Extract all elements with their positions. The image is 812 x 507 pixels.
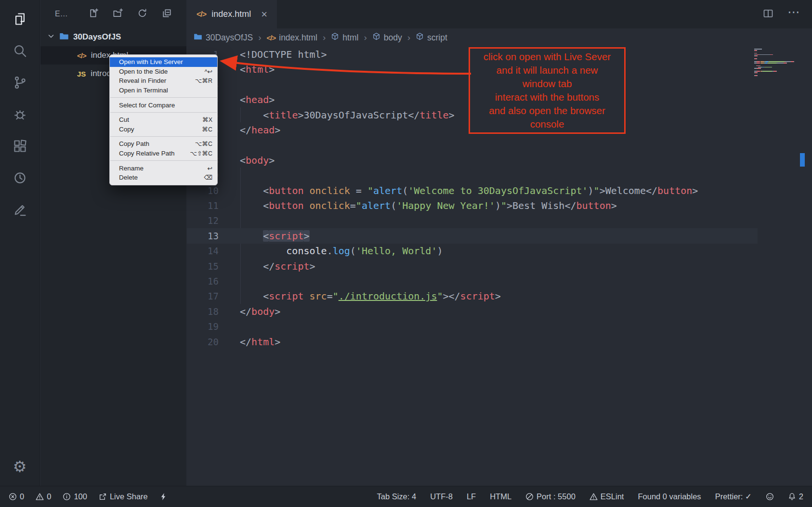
line-number: 16 xyxy=(187,273,219,289)
status-prettier[interactable]: Prettier: ✓ xyxy=(715,492,752,501)
error-icon xyxy=(9,493,17,501)
status-live-share[interactable]: Live Share xyxy=(99,492,148,501)
code-line-15[interactable]: 15 </script> xyxy=(187,259,758,274)
bell-icon xyxy=(788,493,796,501)
code-line-20[interactable]: 20</html> xyxy=(187,334,758,350)
history-icon[interactable] xyxy=(12,169,28,186)
code-line-8[interactable]: 8<body> xyxy=(187,153,758,168)
new-file-icon[interactable] xyxy=(88,8,98,20)
folder-section-label: 30DaysOfJS xyxy=(73,32,121,42)
code-line-17[interactable]: 17 <script src="./introduction.js"></scr… xyxy=(187,288,758,304)
menu-item-shortcut: ↩ xyxy=(208,165,212,172)
status-smiley[interactable] xyxy=(766,493,774,501)
code-line-16[interactable]: 16 xyxy=(187,273,758,289)
status-tab-size-4[interactable]: Tab Size: 4 xyxy=(377,492,417,501)
vscode-window: ⚙ E… 30DaysOfJS </>index.htmlJSintroduct… xyxy=(0,0,812,507)
status-2[interactable]: 2 xyxy=(788,492,803,501)
menu-item-delete[interactable]: Delete⌫ xyxy=(110,173,217,182)
more-actions-icon[interactable]: ⋯ xyxy=(787,12,800,17)
annotation-box: click on open with Live Severand it will… xyxy=(469,47,626,134)
settings-gear-icon[interactable]: ⚙ xyxy=(13,459,27,474)
breadcrumb-separator: › xyxy=(258,32,261,43)
status-lf[interactable]: LF xyxy=(467,492,476,501)
annotation-line: window tab xyxy=(470,77,624,91)
split-editor-icon[interactable] xyxy=(762,8,774,21)
new-folder-icon[interactable] xyxy=(113,8,123,20)
menu-item-copy-path[interactable]: Copy Path⌥⌘C xyxy=(110,139,217,149)
explorer-header: E… xyxy=(40,0,186,28)
line-number: 12 xyxy=(187,213,219,228)
tab-close-icon[interactable]: × xyxy=(261,9,267,20)
menu-item-cut[interactable]: Cut⌘X xyxy=(110,115,217,125)
breadcrumb-script[interactable]: script xyxy=(416,32,447,43)
folder-section-header[interactable]: 30DaysOfJS xyxy=(40,28,186,46)
code-line-14[interactable]: 14 console.log('Hello, World') xyxy=(187,243,758,259)
menu-item-open-in-terminal[interactable]: Open in Terminal xyxy=(110,86,217,95)
status-port-5500[interactable]: Port : 5500 xyxy=(525,492,576,501)
run-debug-icon[interactable] xyxy=(12,106,28,122)
menu-item-reveal-in-finder[interactable]: Reveal in Finder⌥⌘R xyxy=(110,76,217,86)
code-line-11[interactable]: 11 <button onclick="alert('Happy New Yea… xyxy=(187,198,758,213)
feedback-pen-icon[interactable] xyxy=(12,201,28,218)
status-bar-right: Tab Size: 4UTF-8LFHTMLPort : 5500ESLintF… xyxy=(363,492,803,501)
code-text: <head> xyxy=(240,92,275,107)
menu-item-open-with-live-server[interactable]: Open with Live Server xyxy=(110,57,217,67)
menu-item-label: Copy Relative Path xyxy=(119,150,175,157)
status-100[interactable]: 100 xyxy=(63,492,87,501)
menu-item-copy-relative-path[interactable]: Copy Relative Path⌥⇧⌘C xyxy=(110,149,217,158)
code-line-7[interactable]: 7 xyxy=(187,137,758,153)
chevron-down-icon xyxy=(47,32,55,42)
breadcrumb-body[interactable]: body xyxy=(372,32,402,43)
menu-item-rename[interactable]: Rename↩ xyxy=(110,163,217,173)
code-text: </body> xyxy=(240,304,280,319)
code-text: </html> xyxy=(240,334,280,350)
breadcrumb-30daysofjs[interactable]: 30DaysOfJS xyxy=(194,32,253,43)
refresh-icon[interactable] xyxy=(137,8,147,20)
explorer-icon[interactable] xyxy=(12,11,28,27)
code-text: <html> xyxy=(240,62,275,77)
code-line-12[interactable]: 12 xyxy=(187,213,758,228)
status-utf-8[interactable]: UTF-8 xyxy=(430,492,453,501)
line-number: 15 xyxy=(187,259,219,274)
breadcrumb-label: body xyxy=(384,33,402,43)
menu-item-shortcut: ⌥⇧⌘C xyxy=(190,150,212,157)
code-line-18[interactable]: 18</body> xyxy=(187,304,758,319)
status-found-0-variables[interactable]: Found 0 variables xyxy=(638,492,701,501)
status-0[interactable]: 0 xyxy=(36,492,51,501)
line-number: 17 xyxy=(187,288,219,304)
tab-index-html[interactable]: </> index.html × xyxy=(187,0,277,28)
status-html[interactable]: HTML xyxy=(490,492,511,501)
source-control-icon[interactable] xyxy=(12,74,28,91)
breadcrumb-html[interactable]: html xyxy=(331,32,358,43)
menu-item-label: Select for Compare xyxy=(119,102,175,109)
status-bolt[interactable] xyxy=(159,493,168,501)
code-line-19[interactable]: 19 xyxy=(187,319,758,334)
code-line-13[interactable]: 13 <script> xyxy=(187,228,758,244)
status-eslint[interactable]: ESLint xyxy=(589,492,624,501)
warning-icon xyxy=(36,493,44,501)
breadcrumb-index-html[interactable]: </>index.html xyxy=(267,33,317,43)
collapse-all-icon[interactable] xyxy=(162,8,172,20)
menu-item-shortcut: ⌫ xyxy=(204,174,212,181)
menu-item-label: Copy xyxy=(119,126,134,133)
menu-item-copy[interactable]: Copy⌘C xyxy=(110,125,217,134)
menu-item-label: Rename xyxy=(119,165,144,172)
minimap[interactable] xyxy=(754,49,799,77)
status-0[interactable]: 0 xyxy=(9,492,24,501)
code-line-9[interactable]: 9 xyxy=(187,168,758,183)
extensions-icon[interactable] xyxy=(12,138,28,154)
code-line-10[interactable]: 10 <button onclick = "alert('Welcome to … xyxy=(187,183,758,198)
code-text: <body> xyxy=(240,153,275,168)
menu-item-open-to-the-side[interactable]: Open to the Side^↩ xyxy=(110,67,217,77)
code-text: </head> xyxy=(240,122,280,138)
breadcrumb: 30DaysOfJS›</>index.html›html›body›scrip… xyxy=(187,28,812,47)
menu-item-select-for-compare[interactable]: Select for Compare xyxy=(110,100,217,110)
breadcrumb-separator: › xyxy=(407,32,410,43)
menu-item-label: Copy Path xyxy=(119,140,149,147)
menu-item-shortcut: ^↩ xyxy=(205,68,212,75)
code-text: <!DOCTYPE html> xyxy=(240,47,327,62)
folder-icon xyxy=(59,31,69,43)
annotation-line: and also open the browser xyxy=(470,104,624,117)
search-icon[interactable] xyxy=(12,42,28,59)
menu-separator xyxy=(110,97,217,98)
